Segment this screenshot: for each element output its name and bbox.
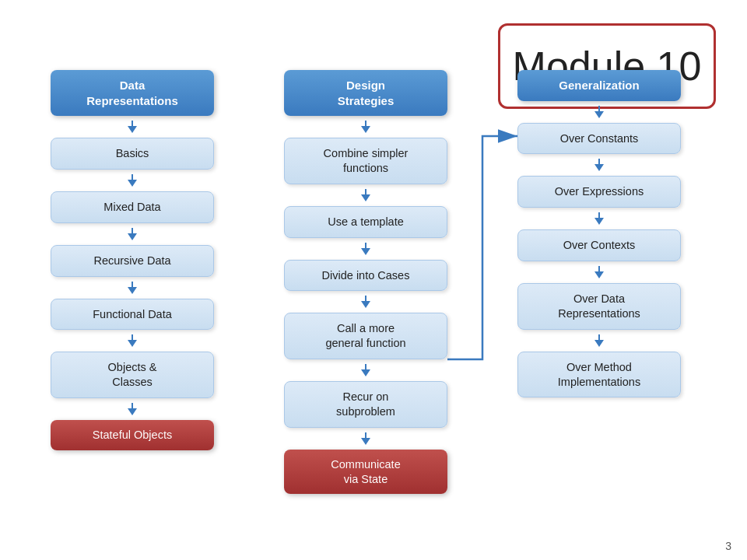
col3-generalization: Generalization Over Constants Over Expre… (517, 70, 681, 397)
col1-basics: Basics (51, 138, 214, 170)
arrow-3-2 (517, 154, 681, 176)
col3-over-contexts: Over Contexts (517, 229, 681, 261)
col1-recursive-data: Recursive Data (51, 245, 214, 277)
col2-use-template: Use a template (284, 206, 447, 238)
col2-divide-cases: Divide into Cases (284, 260, 447, 292)
arrow-1-1 (51, 116, 214, 138)
arrow-2-3 (284, 238, 447, 260)
arrow-3-1 (517, 101, 681, 123)
arrow-3-4 (517, 261, 681, 283)
col1-data-representations: DataRepresentations Basics Mixed Data Re… (51, 70, 214, 450)
col2-header: DesignStrategies (284, 70, 447, 116)
arrow-1-6 (51, 398, 214, 420)
col3-over-constants: Over Constants (517, 123, 681, 155)
col2-communicate-state: Communicatevia State (284, 450, 447, 495)
col2-call-general: Call a moregeneral function (284, 313, 447, 359)
col3-over-expressions: Over Expressions (517, 176, 681, 208)
col2-design-strategies: DesignStrategies Combine simplerfunction… (284, 70, 447, 494)
arrow-3-3 (517, 208, 681, 229)
arrow-3-5 (517, 330, 681, 352)
col1-mixed-data: Mixed Data (51, 191, 214, 223)
col1-stateful-objects: Stateful Objects (51, 420, 214, 450)
col1-header: DataRepresentations (51, 70, 214, 116)
col2-recur-subproblem: Recur onsubproblem (284, 381, 447, 428)
arrow-1-2 (51, 170, 214, 191)
arrow-2-5 (284, 359, 447, 381)
page-number: 3 (725, 540, 731, 552)
col3-over-data-repr: Over DataRepresentations (517, 283, 681, 330)
arrow-2-6 (284, 428, 447, 450)
arrow-2-1 (284, 116, 447, 138)
arrow-1-3 (51, 223, 214, 245)
col2-combine-simpler: Combine simplerfunctions (284, 138, 447, 184)
col1-functional-data: Functional Data (51, 299, 214, 331)
col3-header: Generalization (517, 70, 681, 101)
arrow-1-5 (51, 330, 214, 352)
col3-over-method-impl: Over MethodImplementations (517, 352, 681, 398)
arrow-1-4 (51, 277, 214, 299)
arrow-2-4 (284, 291, 447, 313)
col1-objects-classes: Objects &Classes (51, 352, 214, 398)
arrow-2-2 (284, 184, 447, 206)
